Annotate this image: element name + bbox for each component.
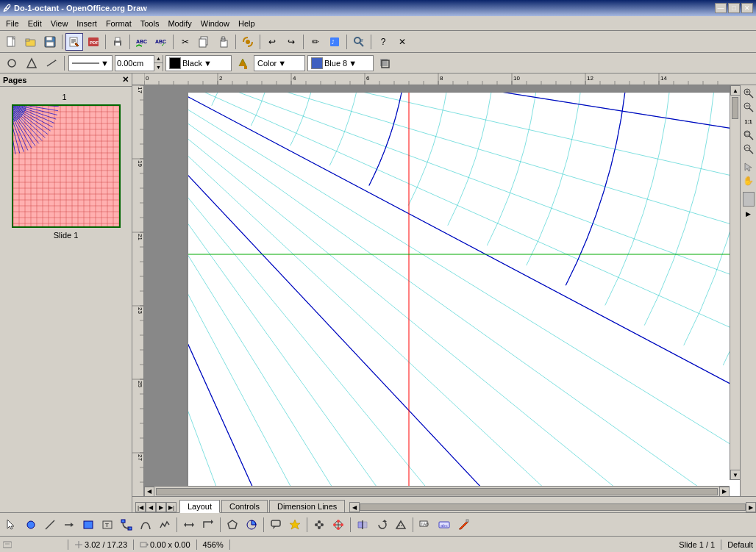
svg-rect-15 [115,43,120,46]
rect-tool[interactable] [79,516,97,534]
form-mode-tool[interactable]: abc [435,516,453,534]
scroll-down-button[interactable]: ▼ [730,470,740,480]
double-arrow-tool[interactable] [180,516,198,534]
scroll-thumb-h[interactable] [156,488,718,495]
minimize-button[interactable]: — [715,3,727,13]
arrow-tool[interactable] [60,516,78,534]
slide-thumbnail[interactable] [12,104,121,228]
expand-tools[interactable]: ▶ [742,207,755,221]
zoom-in-tool[interactable] [742,87,755,100]
paste-button[interactable] [215,33,232,51]
paint-bucket-button[interactable] [234,54,252,72]
zoom-draw-tool[interactable] [742,143,755,156]
pdf-button[interactable]: PDF [85,33,102,51]
tb2-btn3[interactable] [43,54,60,72]
tab-order-tool[interactable]: TAB [416,516,434,534]
polygon-tool[interactable] [224,516,241,534]
filled-circle-tool[interactable] [243,516,260,534]
next-page-button[interactable]: ▶ [156,502,166,512]
hand-tool[interactable]: ✋ [742,174,755,187]
line-width-input[interactable] [115,59,154,68]
select-tool[interactable] [3,516,21,534]
find-button[interactable] [350,33,368,51]
auto-spell-button[interactable]: ABC✓ [152,33,170,51]
ellipse-tool[interactable] [22,516,40,534]
tab-scrollbar[interactable] [360,503,746,511]
bezier-tool[interactable] [137,516,154,534]
transform-tool[interactable] [392,516,410,534]
rotate-tool[interactable] [373,516,391,534]
menu-edit[interactable]: Edit [24,18,46,29]
undo-button[interactable]: ↩ [263,33,281,51]
drawing-canvas[interactable]: ▲ ▼ ◀ ▶ [144,85,740,496]
fill-dropdown[interactable]: Color ▼ [254,55,305,71]
tab-controls[interactable]: Controls [221,500,268,512]
tab-scroll-right[interactable]: ▶ [746,502,756,512]
line-width-spinners: ▲ ▼ [154,55,163,71]
menu-view[interactable]: View [46,18,73,29]
fill-color-dropdown[interactable]: Blue 8 ▼ [307,55,374,71]
tab-scroll-left[interactable]: ◀ [349,502,360,512]
line-style-dropdown[interactable]: ▼ [68,55,113,71]
scroll-thumb-v[interactable] [732,97,738,119]
text-tool[interactable]: T [99,516,116,534]
open-button[interactable] [22,33,40,51]
pages-close-button[interactable]: ✕ [122,75,129,85]
glue-tool[interactable] [329,516,347,534]
zoom-page-tool[interactable] [742,129,755,142]
prev-page-button[interactable]: ◀ [146,502,156,512]
menu-file[interactable]: File [1,18,24,29]
line-tool[interactable] [41,516,59,534]
zoom-out-tool[interactable] [742,101,755,114]
sep-st2 [133,540,134,550]
edit-file-button[interactable] [65,33,83,51]
connector-tool[interactable] [118,516,135,534]
zoom-100-tool[interactable]: 1:1 [742,115,755,128]
save-button[interactable] [41,33,59,51]
scroll-up-button[interactable]: ▲ [730,85,740,96]
print-button[interactable] [109,33,126,51]
maximize-button[interactable]: □ [728,3,740,13]
scroll-right-button[interactable]: ▶ [719,487,730,497]
line-width-down[interactable]: ▼ [154,63,163,71]
menu-help[interactable]: Help [234,18,260,29]
menu-tools[interactable]: Tools [136,18,164,29]
connector2-tool[interactable] [199,516,217,534]
tab-layout[interactable]: Layout [179,500,220,513]
redo-button[interactable]: ↪ [282,33,300,51]
menu-modify[interactable]: Modify [163,18,196,29]
svg-text:ABC: ABC [136,39,147,44]
freeform-tool[interactable] [156,516,174,534]
tb2-btn1[interactable] [3,54,21,72]
menu-window[interactable]: Window [196,18,234,29]
close-button[interactable]: ✕ [741,3,753,13]
clone-format-button[interactable] [239,33,257,51]
scroll-left-button[interactable]: ◀ [144,487,154,497]
menu-insert[interactable]: Insert [72,18,101,29]
tab-dimension-lines[interactable]: Dimension Lines [269,500,345,512]
last-page-button[interactable]: ▶| [166,502,176,512]
copy-button[interactable] [196,33,213,51]
points-tool[interactable] [310,516,328,534]
star-tool[interactable] [286,516,304,534]
scrollbar-v[interactable]: ▲ ▼ [730,85,740,480]
svg-rect-89 [3,542,12,548]
draw-button[interactable]: ✏ [307,33,324,51]
help-button[interactable]: ? [374,33,392,51]
scrollbar-h[interactable]: ◀ ▶ [144,486,730,496]
callout-tool[interactable] [267,516,285,534]
flip-tool[interactable] [354,516,371,534]
cut-button[interactable]: ✂ [176,33,194,51]
menu-format[interactable]: Format [101,18,136,29]
spell-check-button[interactable]: ABC [133,33,151,51]
color-dropdown[interactable]: Black ▼ [165,55,232,71]
close-window-button[interactable]: ✕ [393,33,411,51]
export-button[interactable]: ⤴ [326,33,343,51]
pointer-tool[interactable] [742,160,755,173]
shadow-button[interactable] [376,54,393,72]
line-width-up[interactable]: ▲ [154,55,163,63]
first-page-button[interactable]: |◀ [135,502,146,512]
new-button[interactable] [3,33,21,51]
tb2-btn2[interactable] [23,54,40,72]
design-mode-toggle[interactable] [454,516,472,534]
